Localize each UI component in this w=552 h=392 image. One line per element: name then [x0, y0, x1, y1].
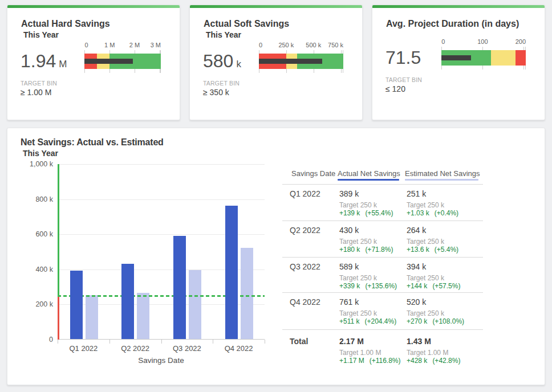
estimated-delta: +270 k(+108.0%) — [407, 317, 464, 325]
estimated-target: Target 1.00 M — [407, 349, 448, 357]
actual-target: Target 250 k — [339, 274, 377, 282]
actual-value: 430 k — [339, 226, 359, 235]
actual-value: 2.17 M — [339, 337, 364, 346]
bullet-axis-labels: 0250 k500 k750 k — [259, 44, 343, 54]
row-date: Q2 2022 — [290, 226, 320, 235]
kpi-card-avg-project-duration[interactable]: Avg. Project Duration (in days) 71.5 010… — [372, 5, 545, 120]
x-axis-tick — [109, 340, 110, 344]
target-bin-label: TARGET BIN — [21, 80, 174, 87]
bullet-value-bar — [84, 59, 133, 64]
estimated-delta: +144 k(+57.5%) — [407, 282, 460, 290]
estimated-delta: +1.03 k(+0.4%) — [407, 209, 458, 217]
bullet-tick-label: 1 M — [104, 42, 115, 48]
bar-estimated-q1-2022[interactable] — [86, 295, 98, 339]
bullet-axis-labels: 0100200 — [441, 41, 526, 50]
bullet-tick-label: 250 k — [278, 42, 294, 48]
row-date: Total — [290, 337, 308, 346]
target-bin-value: ≥ 350 k — [203, 88, 356, 97]
bullet-tick-label: 200 — [516, 38, 526, 45]
estimated-value: 520 k — [407, 297, 426, 307]
x-axis-label: Q1 2022 — [58, 344, 109, 353]
bullet-value-bar — [441, 55, 471, 60]
y-axis-label: 400 k — [12, 266, 53, 273]
kpi-title: Actual Hard Savings — [21, 19, 174, 29]
y-axis-below-target — [58, 296, 59, 340]
row-date: Q4 2022 — [290, 297, 320, 307]
table-row-q2-2022[interactable]: Q2 2022 430 k Target 250 k +180 k(+71.8%… — [282, 220, 483, 257]
table-row-q1-2022[interactable]: Q1 2022 389 k Target 250 k +139 k(+55.4%… — [282, 184, 483, 220]
plot-area — [58, 164, 265, 340]
kpi-card-actual-hard-savings[interactable]: Actual Hard Savings This Year 1.94M 01 M… — [7, 5, 180, 120]
target-bin-label: TARGET BIN — [385, 76, 539, 83]
row-date: Q1 2022 — [290, 189, 320, 198]
x-axis-tick — [213, 340, 213, 344]
estimated-value: 251 k — [407, 189, 426, 198]
bar-estimated-q4-2022[interactable] — [241, 248, 253, 339]
column-header-actual: Actual Net Savings — [338, 169, 400, 178]
actual-delta: +511 k(+204.4%) — [339, 317, 396, 325]
estimated-target: Target 250 k — [407, 309, 444, 317]
y-axis-label: 800 k — [12, 195, 53, 203]
kpi-subtitle: This Year — [23, 30, 174, 39]
kpi-title: Actual Soft Savings — [204, 19, 356, 29]
bar-actual-q4-2022[interactable] — [225, 206, 238, 339]
bullet-tick-label: 500 k — [306, 42, 321, 48]
estimated-target: Target 250 k — [407, 238, 444, 246]
estimated-series-underline — [405, 179, 478, 181]
column-header-estimated: Estimated Net Savings — [405, 169, 480, 178]
actual-value: 589 k — [339, 262, 359, 271]
bullet-tick-label: 3 M — [151, 42, 161, 48]
chart-title: Net Savings: Actual vs. Estimated — [21, 137, 164, 148]
bullet-segment — [516, 50, 526, 66]
actual-target: Target 1.00 M — [339, 349, 381, 357]
actual-value: 389 k — [339, 189, 359, 198]
x-axis-tick — [265, 340, 265, 344]
actual-target: Target 250 k — [339, 309, 377, 317]
bullet-segment — [491, 50, 516, 66]
bullet-tick-label: 0 — [84, 42, 88, 48]
bullet-band — [84, 54, 161, 69]
estimated-target: Target 250 k — [407, 201, 444, 209]
bar-actual-q3-2022[interactable] — [173, 236, 186, 339]
actual-delta: +139 k(+55.4%) — [339, 209, 393, 217]
y-axis-label: 600 k — [12, 230, 53, 238]
bar-actual-q1-2022[interactable] — [70, 271, 83, 339]
y-axis-label: 200 k — [12, 300, 53, 308]
bullet-band — [259, 54, 343, 69]
bullet-chart: 0250 k500 k750 k — [259, 44, 343, 69]
estimated-value: 1.43 M — [407, 337, 431, 346]
actual-target: Target 250 k — [339, 201, 377, 209]
kpi-card-actual-soft-savings[interactable]: Actual Soft Savings This Year 580k 0250 … — [189, 5, 363, 120]
bullet-tick-label: 100 — [477, 38, 488, 45]
bullet-value-bar — [259, 59, 322, 64]
x-axis-tick — [58, 340, 58, 344]
table-row-q3-2022[interactable]: Q3 2022 589 k Target 250 k +339 k(+135.6… — [282, 257, 483, 292]
row-date: Q3 2022 — [290, 262, 320, 271]
table-row-total[interactable]: Total 2.17 M Target 1.00 M +1.17 M(+116.… — [282, 329, 483, 369]
actual-series-underline — [338, 179, 399, 181]
target-bin-value: ≥ 1.00 M — [21, 88, 174, 97]
net-savings-card[interactable]: Net Savings: Actual vs. Estimated This Y… — [7, 128, 545, 385]
target-bin-label: TARGET BIN — [203, 80, 356, 87]
x-axis-tick — [161, 340, 162, 344]
actual-delta: +1.17 M(+116.8%) — [339, 357, 401, 365]
estimated-value: 264 k — [407, 226, 426, 235]
table-row-q4-2022[interactable]: Q4 2022 761 k Target 250 k +511 k(+204.4… — [282, 292, 483, 329]
gridline — [58, 164, 265, 165]
kpi-title: Avg. Project Duration (in days) — [386, 19, 539, 29]
estimated-delta: +13.6 k(+5.4%) — [407, 246, 458, 254]
bullet-axis-labels: 01 M2 M3 M — [84, 44, 161, 54]
x-axis-label: Q3 2022 — [161, 344, 213, 353]
bar-estimated-q3-2022[interactable] — [189, 270, 201, 339]
bullet-chart: 0100200 — [441, 41, 526, 66]
bar-actual-q2-2022[interactable] — [121, 264, 134, 339]
kpi-value: 71.5 — [385, 48, 424, 67]
dashboard: { "kpi_cards": [ { "title": "Actual Hard… — [0, 0, 552, 392]
estimated-target: Target 250 k — [407, 274, 444, 282]
chart-subtitle: This Year — [23, 149, 58, 158]
actual-value: 761 k — [339, 297, 359, 307]
bar-estimated-q2-2022[interactable] — [137, 293, 149, 339]
kpi-value: 580k — [203, 52, 241, 70]
actual-delta: +339 k(+135.6%) — [339, 282, 397, 290]
target-bin-value: ≤ 120 — [385, 84, 539, 93]
